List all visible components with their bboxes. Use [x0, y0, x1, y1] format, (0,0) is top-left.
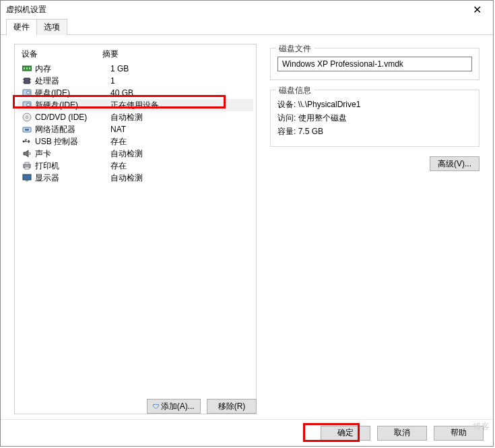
hw-name: 内存: [35, 63, 110, 75]
hw-name: 处理器: [35, 75, 110, 87]
svg-point-10: [27, 91, 30, 94]
add-button-label: 添加(A)...: [161, 401, 195, 412]
tab-hardware[interactable]: 硬件: [6, 19, 37, 35]
remove-button[interactable]: 移除(R): [207, 399, 257, 414]
hw-summary: 自动检测: [110, 148, 249, 160]
hw-summary: 存在: [110, 160, 249, 172]
svg-rect-3: [29, 67, 30, 69]
usb-icon: [22, 136, 32, 147]
hw-row-net[interactable]: 网络适配器 NAT: [18, 123, 253, 135]
svg-point-12: [27, 103, 30, 106]
titlebar: 虚拟机设置 ✕: [1, 1, 493, 19]
dialog-footer: 确定 取消 帮助: [1, 419, 493, 446]
sound-icon: [22, 148, 32, 159]
hw-row-display[interactable]: 显示器 自动检测: [18, 172, 253, 184]
disk-info-access: 访问: 使用整个磁盘: [277, 113, 472, 124]
hw-name: 新硬盘(IDE): [35, 100, 110, 111]
help-button[interactable]: 帮助: [434, 426, 484, 441]
advanced-row: 高级(V)...: [270, 156, 480, 171]
memory-icon: [22, 63, 32, 74]
hw-summary: 1: [110, 76, 249, 86]
advanced-button[interactable]: 高级(V)...: [430, 156, 480, 171]
cpu-icon: [22, 75, 32, 86]
hardware-list[interactable]: 内存 1 GB 处理器 1 硬盘(IDE) 40 GB 新硬盘(IDE) 正在使…: [15, 63, 256, 184]
capacity-value: 7.5 GB: [298, 127, 323, 136]
col-summary: 摘要: [102, 49, 249, 60]
svg-point-17: [23, 141, 25, 143]
access-label: 访问:: [277, 113, 296, 123]
hdd-icon: [22, 100, 32, 110]
hardware-buttons: 🛡添加(A)... 移除(R): [14, 399, 257, 414]
disk-file-label: 磁盘文件: [276, 43, 314, 55]
disk-info-capacity: 容量: 7.5 GB: [277, 126, 472, 137]
svg-rect-19: [25, 162, 29, 164]
content-area: 设备 摘要 内存 1 GB 处理器 1 硬盘(IDE) 40 GB: [6, 37, 488, 416]
svg-rect-20: [25, 167, 29, 169]
svg-point-14: [26, 116, 28, 118]
disk-info-device: 设备: \\.\PhysicalDrive1: [277, 99, 472, 110]
disk-info-group: 磁盘信息 设备: \\.\PhysicalDrive1 访问: 使用整个磁盘 容…: [270, 90, 480, 147]
hw-row-cddvd[interactable]: CD/DVD (IDE) 自动检测: [18, 111, 253, 123]
svg-rect-21: [23, 174, 31, 180]
hw-row-hdd[interactable]: 硬盘(IDE) 40 GB: [18, 87, 253, 99]
hw-row-newhdd[interactable]: 新硬盘(IDE) 正在使用设备: [18, 99, 253, 111]
cancel-button[interactable]: 取消: [377, 426, 427, 441]
hw-summary: 1 GB: [110, 64, 249, 73]
hw-row-sound[interactable]: 声卡 自动检测: [18, 148, 253, 160]
svg-rect-2: [26, 67, 28, 69]
right-panel: 磁盘文件 磁盘信息 设备: \\.\PhysicalDrive1 访问: 使用整…: [270, 44, 480, 171]
device-value: \\.\PhysicalDrive1: [298, 100, 361, 109]
svg-rect-22: [26, 180, 28, 181]
hw-name: 硬盘(IDE): [35, 88, 110, 99]
hw-row-printer[interactable]: 打印机 存在: [18, 160, 253, 172]
tab-options[interactable]: 选项: [36, 19, 67, 35]
hw-row-usb[interactable]: USB 控制器 存在: [18, 135, 253, 148]
disk-info-label: 磁盘信息: [276, 85, 314, 96]
disk-file-field[interactable]: [277, 57, 472, 71]
col-device: 设备: [22, 49, 102, 60]
hw-name: USB 控制器: [35, 136, 110, 148]
hw-summary: 自动检测: [110, 112, 249, 123]
close-button[interactable]: ✕: [463, 3, 490, 18]
display-icon: [22, 172, 32, 183]
capacity-label: 容量:: [277, 127, 296, 136]
hw-name: 声卡: [35, 148, 110, 160]
disk-file-group: 磁盘文件: [270, 48, 480, 80]
hw-summary: 存在: [110, 136, 249, 148]
hw-summary: 40 GB: [110, 88, 249, 98]
printer-icon: [22, 160, 32, 171]
svg-rect-4: [24, 78, 30, 84]
hw-summary: 自动检测: [110, 172, 249, 184]
hw-summary: NAT: [110, 125, 249, 134]
hw-summary: 正在使用设备: [110, 100, 249, 111]
hw-row-memory[interactable]: 内存 1 GB: [18, 63, 253, 75]
tabstrip: 硬件 选项: [1, 19, 493, 35]
access-value: 使用整个磁盘: [298, 113, 347, 123]
cd-icon: [22, 112, 32, 123]
hw-name: 打印机: [35, 160, 110, 172]
hardware-panel: 设备 摘要 内存 1 GB 处理器 1 硬盘(IDE) 40 GB: [14, 44, 257, 414]
hw-name: 网络适配器: [35, 124, 110, 135]
vm-settings-window: 虚拟机设置 ✕ 硬件 选项 设备 摘要 内存 1 GB 处理器 1: [0, 0, 494, 447]
hw-row-cpu[interactable]: 处理器 1: [18, 75, 253, 87]
network-icon: [22, 124, 32, 135]
device-label: 设备:: [277, 100, 296, 109]
svg-rect-16: [25, 129, 29, 131]
svg-rect-1: [24, 67, 25, 69]
add-button[interactable]: 🛡添加(A)...: [147, 399, 201, 414]
shield-icon: 🛡: [153, 403, 160, 410]
hw-name: 显示器: [35, 172, 110, 184]
window-title: 虚拟机设置: [6, 4, 46, 15]
hardware-header: 设备 摘要: [15, 44, 256, 63]
ok-button[interactable]: 确定: [321, 426, 370, 441]
hw-name: CD/DVD (IDE): [35, 113, 110, 122]
hdd-icon: [22, 88, 32, 98]
